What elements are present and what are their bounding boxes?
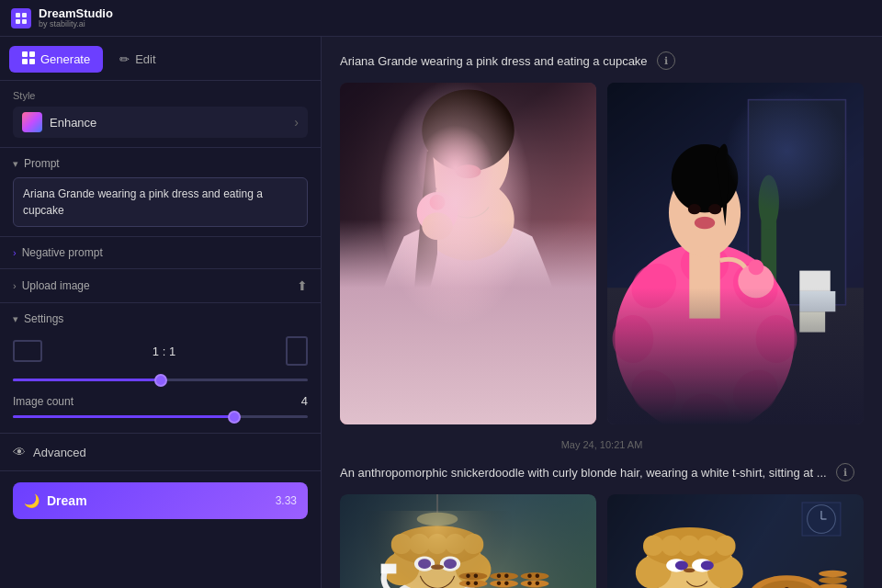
dream-btn-left: 🌙 Dream <box>24 493 87 508</box>
advanced-section[interactable]: 👁 Advanced <box>0 434 321 471</box>
prompt-section-label: Prompt <box>24 157 60 170</box>
sidebar: Generate ✏ Edit Style Enhance › ▾ Prompt <box>0 37 322 588</box>
second-prompt-info-button[interactable]: ℹ <box>836 463 854 481</box>
style-selector[interactable]: Enhance › <box>13 107 308 138</box>
image-card-2[interactable] <box>607 83 864 424</box>
edit-label: Edit <box>135 52 155 66</box>
image-count-value: 4 <box>301 394 308 408</box>
generate-label: Generate <box>40 52 90 66</box>
generate-icon <box>22 51 35 67</box>
upload-chevron-icon: › <box>13 280 17 291</box>
content-area: Ariana Grande wearing a pink dress and e… <box>322 37 882 588</box>
app-logo-icon <box>11 8 31 28</box>
edit-button[interactable]: ✏ Edit <box>107 46 168 73</box>
logo-text: DreamStudio by stability.ai <box>39 7 113 29</box>
svg-rect-1 <box>22 13 27 17</box>
negative-prompt-section[interactable]: › Negative prompt <box>0 237 321 269</box>
aspect-box-landscape <box>13 340 42 362</box>
neg-prompt-label: Negative prompt <box>22 246 103 259</box>
style-section: Style Enhance › <box>0 81 321 148</box>
second-prompt-display: An anthropomorphic snickerdoodle with cu… <box>340 463 864 481</box>
aspect-slider[interactable] <box>13 379 308 381</box>
image-card-3[interactable] <box>340 494 596 588</box>
advanced-label: Advanced <box>33 446 86 459</box>
first-prompt-info-button[interactable]: ℹ <box>657 51 675 70</box>
upload-icon: ⬆ <box>297 278 308 293</box>
settings-header[interactable]: ▾ Settings <box>13 312 308 325</box>
aspect-box-portrait <box>286 336 308 366</box>
app-subtitle: by stability.ai <box>39 19 113 29</box>
aspect-ratio-value: 1 : 1 <box>153 345 175 358</box>
aspect-slider-track <box>13 379 308 381</box>
prompt-header[interactable]: ▾ Prompt <box>13 157 308 170</box>
settings-section: ▾ Settings 1 : 1 Image count 4 <box>0 303 321 434</box>
count-slider[interactable] <box>13 415 308 418</box>
svg-rect-4 <box>22 51 28 57</box>
style-thumbnail <box>22 112 42 132</box>
generate-button[interactable]: Generate <box>9 46 103 73</box>
mode-toolbar: Generate ✏ Edit <box>0 37 321 81</box>
count-slider-track <box>13 415 308 418</box>
svg-rect-0 <box>16 13 20 17</box>
style-name: Enhance <box>50 116 96 130</box>
neg-prompt-chevron-icon: › <box>13 247 17 258</box>
svg-rect-6 <box>22 59 28 64</box>
prompt-input[interactable]: Ariana Grande wearing a pink dress and e… <box>13 177 308 227</box>
image-count-row: Image count 4 <box>13 394 308 408</box>
svg-rect-7 <box>29 59 35 64</box>
upload-left: › Upload image <box>13 279 90 292</box>
dream-label: Dream <box>47 493 87 508</box>
second-prompt-text: An anthropomorphic snickerdoodle with cu… <box>340 466 827 480</box>
aspect-slider-thumb[interactable] <box>154 374 167 387</box>
style-section-label: Style <box>13 90 308 101</box>
upload-image-section[interactable]: › Upload image ⬆ <box>0 269 321 303</box>
image-canvas-1 <box>340 83 596 424</box>
edit-icon: ✏ <box>119 52 130 66</box>
aspect-slider-fill <box>13 379 161 381</box>
dream-icon: 🌙 <box>24 493 40 508</box>
settings-label: Settings <box>24 312 63 325</box>
style-left: Enhance <box>22 112 96 132</box>
svg-rect-2 <box>16 19 20 24</box>
image-canvas-4 <box>607 494 864 588</box>
image-card-1[interactable] <box>340 83 596 424</box>
image-card-4[interactable] <box>607 494 864 588</box>
first-prompt-display: Ariana Grande wearing a pink dress and e… <box>340 51 864 70</box>
app-header: DreamStudio by stability.ai <box>0 0 882 37</box>
timestamp: May 24, 10:21 AM <box>340 439 864 450</box>
eye-icon: 👁 <box>13 445 26 459</box>
svg-rect-5 <box>29 51 35 57</box>
chevron-right-icon: › <box>294 115 299 130</box>
first-prompt-text: Ariana Grande wearing a pink dress and e… <box>340 54 648 68</box>
image-count-label: Image count <box>13 395 74 408</box>
app-name: DreamStudio <box>39 7 113 19</box>
svg-rect-3 <box>22 19 27 24</box>
prompt-chevron-icon: ▾ <box>13 158 18 170</box>
count-slider-thumb[interactable] <box>228 411 241 424</box>
image-canvas-2 <box>607 83 864 424</box>
settings-chevron-icon: ▾ <box>13 313 18 325</box>
count-slider-fill <box>13 415 234 418</box>
aspect-ratio-row: 1 : 1 <box>13 336 308 366</box>
upload-label: Upload image <box>22 279 90 292</box>
prompt-section: ▾ Prompt Ariana Grande wearing a pink dr… <box>0 148 321 237</box>
image-canvas-3 <box>340 494 596 588</box>
second-image-grid <box>340 494 864 588</box>
dream-button[interactable]: 🌙 Dream 3.33 <box>13 482 308 519</box>
first-image-grid <box>340 83 864 424</box>
dream-cost: 3.33 <box>276 494 297 507</box>
